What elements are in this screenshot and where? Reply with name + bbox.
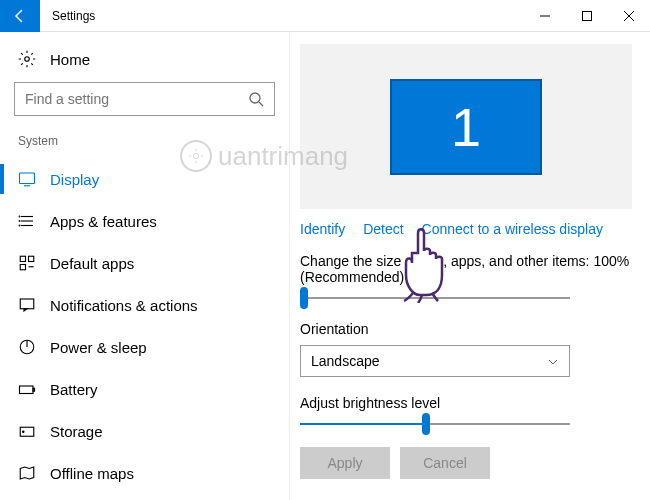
svg-rect-23	[33, 388, 35, 391]
search-icon	[248, 91, 264, 107]
gear-icon	[18, 50, 36, 68]
maps-icon	[18, 464, 36, 482]
storage-icon	[18, 422, 36, 440]
text-size-label: Change the size of text, apps, and other…	[300, 253, 632, 285]
apply-button[interactable]: Apply	[300, 447, 390, 479]
orientation-value: Landscape	[311, 353, 380, 369]
close-button[interactable]	[608, 0, 650, 32]
sidebar-item-battery[interactable]: Battery	[14, 368, 275, 410]
orientation-select[interactable]: Landscape	[300, 345, 570, 377]
default-apps-icon	[18, 254, 36, 272]
brightness-slider[interactable]	[300, 423, 570, 425]
identify-link[interactable]: Identify	[300, 221, 345, 237]
nav-label: Apps & features	[50, 213, 157, 230]
sidebar-item-offline-maps[interactable]: Offline maps	[14, 452, 275, 494]
sidebar-item-default-apps[interactable]: Default apps	[14, 242, 275, 284]
maximize-button[interactable]	[566, 0, 608, 32]
sidebar-item-display[interactable]: Display	[14, 158, 275, 200]
svg-point-12	[19, 216, 20, 217]
sidebar-item-notifications[interactable]: Notifications & actions	[14, 284, 275, 326]
slider-thumb[interactable]	[300, 287, 308, 309]
nav-label: Battery	[50, 381, 98, 398]
connect-wireless-link[interactable]: Connect to a wireless display	[422, 221, 603, 237]
home-button[interactable]: Home	[14, 50, 275, 68]
svg-rect-7	[20, 173, 35, 184]
slider-thumb[interactable]	[422, 413, 430, 435]
home-label: Home	[50, 51, 90, 68]
window-title: Settings	[40, 9, 524, 23]
nav-label: Storage	[50, 423, 103, 440]
main-panel: 1 Identify Detect Connect to a wireless …	[290, 32, 650, 500]
detect-link[interactable]: Detect	[363, 221, 403, 237]
nav-label: Power & sleep	[50, 339, 147, 356]
svg-point-4	[25, 57, 30, 62]
svg-point-5	[250, 93, 260, 103]
sidebar-item-power[interactable]: Power & sleep	[14, 326, 275, 368]
svg-rect-17	[20, 265, 25, 270]
svg-rect-16	[29, 256, 34, 261]
monitor-tile[interactable]: 1	[390, 79, 542, 175]
power-icon	[18, 338, 36, 356]
window-controls	[524, 0, 650, 32]
sidebar: Home System Display Apps & features Defa…	[0, 32, 290, 500]
back-button[interactable]	[0, 0, 40, 32]
svg-point-13	[19, 221, 20, 222]
button-row: Apply Cancel	[300, 447, 632, 479]
svg-point-14	[19, 225, 20, 226]
cancel-button[interactable]: Cancel	[400, 447, 490, 479]
sidebar-item-storage[interactable]: Storage	[14, 410, 275, 452]
battery-icon	[18, 380, 36, 398]
display-links: Identify Detect Connect to a wireless di…	[300, 221, 632, 237]
brightness-label: Adjust brightness level	[300, 395, 632, 411]
minimize-button[interactable]	[524, 0, 566, 32]
orientation-label: Orientation	[300, 321, 632, 337]
svg-rect-1	[583, 11, 592, 20]
svg-rect-15	[20, 256, 25, 261]
titlebar: Settings	[0, 0, 650, 32]
svg-rect-19	[20, 299, 34, 309]
display-icon	[18, 170, 36, 188]
search-box[interactable]	[14, 82, 275, 116]
nav-label: Display	[50, 171, 99, 188]
svg-rect-22	[20, 386, 34, 394]
search-input[interactable]	[25, 91, 248, 107]
apps-icon	[18, 212, 36, 230]
svg-point-25	[23, 431, 25, 433]
nav-label: Notifications & actions	[50, 297, 198, 314]
nav-label: Default apps	[50, 255, 134, 272]
chevron-down-icon	[547, 355, 559, 367]
sidebar-item-apps[interactable]: Apps & features	[14, 200, 275, 242]
section-label: System	[14, 134, 275, 148]
text-size-slider[interactable]	[300, 297, 570, 299]
svg-line-6	[259, 102, 263, 106]
nav-label: Offline maps	[50, 465, 134, 482]
display-preview: 1	[300, 44, 632, 209]
notifications-icon	[18, 296, 36, 314]
